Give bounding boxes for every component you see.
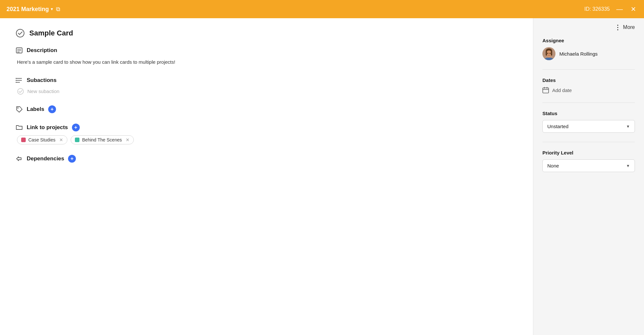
link-projects-header: Link to projects + bbox=[16, 124, 517, 131]
link-to-projects-section: Link to projects + Case Studies ✕ Behind… bbox=[16, 124, 517, 144]
divider-2 bbox=[542, 102, 635, 103]
left-panel: Sample Card Description Here's a sample … bbox=[0, 18, 533, 335]
add-project-button[interactable]: + bbox=[72, 124, 80, 131]
close-button[interactable]: ✕ bbox=[629, 5, 637, 14]
header: 2021 Marketing ▾ ⧉ ID: 326335 — ✕ bbox=[0, 0, 644, 18]
more-label: More bbox=[623, 24, 635, 30]
dependencies-header: Dependencies + bbox=[16, 155, 517, 163]
labels-section: Labels + bbox=[16, 105, 517, 113]
link-projects-label: Link to projects bbox=[27, 124, 68, 131]
divider-3 bbox=[542, 142, 635, 142]
divider-1 bbox=[542, 69, 635, 70]
dates-section: Dates Add date bbox=[542, 77, 635, 93]
behind-scenes-label: Behind The Scenes bbox=[82, 137, 122, 142]
main-content: Sample Card Description Here's a sample … bbox=[0, 18, 644, 335]
add-dependency-button[interactable]: + bbox=[68, 155, 76, 163]
case-studies-color bbox=[21, 138, 26, 142]
header-right: ID: 326335 — ✕ bbox=[584, 5, 637, 14]
dependencies-label: Dependencies bbox=[27, 155, 64, 162]
external-link-icon[interactable]: ⧉ bbox=[56, 6, 60, 13]
card-title[interactable]: Sample Card bbox=[29, 29, 73, 37]
check-circle-icon bbox=[16, 29, 25, 38]
priority-label: Priority Level bbox=[542, 150, 635, 155]
priority-value: None bbox=[547, 163, 559, 168]
labels-header: Labels + bbox=[16, 105, 517, 113]
right-panel: ⋮ More Assignee bbox=[533, 18, 644, 335]
avatar-image bbox=[542, 47, 555, 60]
assignee-name[interactable]: Michaela Rollings bbox=[559, 51, 598, 57]
more-row: ⋮ More bbox=[542, 23, 635, 31]
dates-label: Dates bbox=[542, 77, 635, 83]
svg-point-11 bbox=[18, 88, 23, 94]
status-dropdown-arrow: ▼ bbox=[626, 124, 630, 129]
priority-dropdown-arrow: ▼ bbox=[626, 164, 630, 168]
behind-scenes-color bbox=[75, 138, 79, 142]
svg-point-9 bbox=[16, 80, 17, 81]
subactions-label: Subactions bbox=[27, 77, 57, 84]
add-date-label[interactable]: Add date bbox=[552, 87, 572, 93]
project-tag-behind-scenes: Behind The Scenes ✕ bbox=[71, 135, 134, 144]
header-title: 2021 Marketing ▾ bbox=[7, 6, 53, 13]
calendar-icon bbox=[542, 87, 549, 93]
assignee-label: Assignee bbox=[542, 38, 635, 43]
header-left: 2021 Marketing ▾ ⧉ bbox=[7, 6, 60, 13]
avatar bbox=[542, 47, 555, 60]
svg-point-10 bbox=[16, 82, 17, 83]
svg-rect-16 bbox=[546, 51, 547, 56]
dependencies-icon bbox=[16, 155, 23, 162]
description-header: Description bbox=[16, 47, 517, 54]
title-dropdown-arrow[interactable]: ▾ bbox=[51, 7, 53, 11]
description-icon bbox=[16, 47, 23, 54]
card-title-row: Sample Card bbox=[16, 29, 517, 38]
description-label: Description bbox=[27, 47, 57, 54]
description-text[interactable]: Here's a sample card to show how you can… bbox=[16, 58, 517, 66]
folder-icon bbox=[16, 124, 23, 131]
case-studies-label: Case Studies bbox=[28, 137, 55, 142]
dependencies-section: Dependencies + bbox=[16, 155, 517, 163]
svg-rect-17 bbox=[551, 51, 552, 56]
new-subaction-placeholder[interactable]: New subaction bbox=[27, 88, 59, 94]
svg-point-8 bbox=[16, 78, 17, 79]
priority-dropdown[interactable]: None ▼ bbox=[542, 159, 635, 172]
priority-section: Priority Level None ▼ bbox=[542, 150, 635, 172]
status-label: Status bbox=[542, 111, 635, 116]
add-label-button[interactable]: + bbox=[48, 105, 56, 113]
subactions-icon bbox=[16, 77, 23, 84]
remove-behind-scenes-button[interactable]: ✕ bbox=[126, 138, 130, 142]
project-tag-case-studies: Case Studies ✕ bbox=[17, 135, 67, 144]
labels-icon bbox=[16, 106, 23, 113]
svg-point-18 bbox=[547, 53, 548, 54]
svg-point-19 bbox=[550, 53, 551, 54]
subaction-check-icon bbox=[17, 88, 24, 95]
svg-point-12 bbox=[17, 107, 19, 109]
status-section: Status Unstarted ▼ bbox=[542, 111, 635, 133]
card-id: ID: 326335 bbox=[584, 6, 610, 12]
new-subaction-row: New subaction bbox=[16, 88, 517, 95]
more-dots-icon: ⋮ bbox=[614, 23, 621, 31]
subactions-header: Subactions bbox=[16, 77, 517, 84]
svg-rect-22 bbox=[543, 88, 549, 93]
app-window: 2021 Marketing ▾ ⧉ ID: 326335 — ✕ Sample… bbox=[0, 0, 644, 335]
subactions-section: Subactions New subaction bbox=[16, 77, 517, 95]
project-tags: Case Studies ✕ Behind The Scenes ✕ bbox=[16, 135, 517, 144]
add-date-row[interactable]: Add date bbox=[542, 87, 635, 93]
description-section: Description Here's a sample card to show… bbox=[16, 47, 517, 66]
svg-point-0 bbox=[16, 29, 24, 37]
assignee-section: Assignee bbox=[542, 38, 635, 60]
remove-case-studies-button[interactable]: ✕ bbox=[59, 138, 63, 142]
project-title[interactable]: 2021 Marketing bbox=[7, 6, 49, 13]
status-dropdown[interactable]: Unstarted ▼ bbox=[542, 120, 635, 133]
status-value: Unstarted bbox=[547, 124, 568, 129]
assignee-row: Michaela Rollings bbox=[542, 47, 635, 60]
minimize-button[interactable]: — bbox=[615, 5, 624, 14]
labels-label: Labels bbox=[27, 106, 44, 113]
more-button[interactable]: ⋮ More bbox=[614, 23, 635, 31]
